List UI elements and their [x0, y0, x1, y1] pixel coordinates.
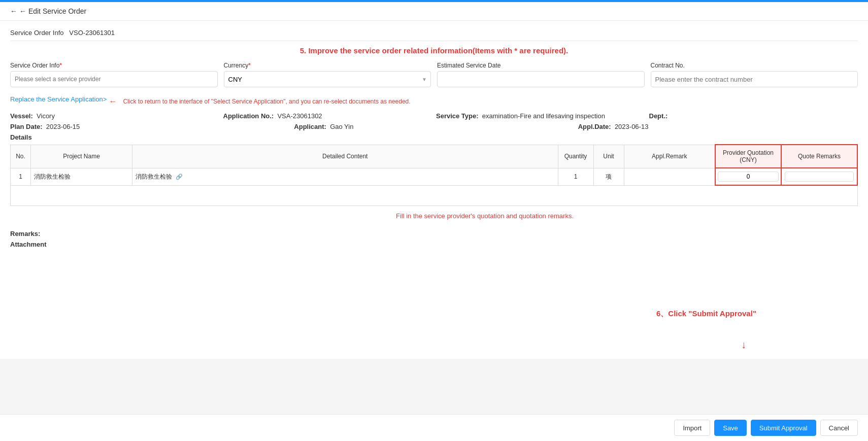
estimated-date-input[interactable]: [437, 71, 645, 87]
required-mark: *: [59, 62, 62, 69]
cell-unit: 项: [593, 168, 624, 185]
cell-appl-remark: [624, 168, 715, 185]
page-header: ← ← Edit Service Order: [0, 2, 868, 21]
quotation-input[interactable]: [718, 172, 779, 182]
order-info-value: VSO-23061301: [69, 29, 115, 37]
replace-annotation-container: Replace the Service Application> ← Click…: [10, 95, 858, 107]
replace-service-link[interactable]: Replace the Service Application>: [10, 95, 107, 103]
table-annotation-container: Fill in the service provider's quotation…: [10, 208, 858, 224]
footer-section: Remarks: Attachment: [10, 230, 858, 248]
attachment-label: Attachment: [10, 241, 858, 248]
order-info-label: Service Order Info: [10, 29, 64, 37]
table-annotation: Fill in the service provider's quotation…: [396, 212, 574, 220]
applicant-field: Applicant: Gao Yin: [294, 123, 574, 130]
service-order-info-group: Service Order Info*: [10, 62, 218, 87]
cell-detailed-content: 消防救生检验 🔗: [132, 168, 558, 185]
plan-date-value: 2023-06-15: [46, 123, 80, 130]
estimated-date-group: Estimated Service Date: [437, 62, 645, 87]
plan-date-label: Plan Date:: [10, 123, 43, 130]
table-row: 1 消防救生检验 消防救生检验 🔗 1 项: [11, 168, 858, 185]
col-quote-remarks: Quote Remarks: [781, 145, 857, 168]
currency-group: Currency* CNY USD EUR: [224, 62, 431, 87]
remarks-label: Remarks:: [10, 230, 858, 238]
cell-quantity: 1: [558, 168, 593, 185]
col-quantity: Quantity: [558, 145, 593, 168]
cell-quote-remarks: [781, 168, 857, 185]
table-empty-row: [11, 185, 858, 206]
appl-date-label: Appl.Date:: [578, 123, 611, 130]
dept-field: Dept.:: [649, 112, 858, 120]
applicant-label: Applicant:: [294, 123, 326, 130]
back-button[interactable]: ← ← Edit Service Order: [10, 7, 86, 15]
service-order-info-label: Service Order Info*: [10, 62, 218, 69]
instruction-step5: 5. Improve the service order related inf…: [10, 46, 858, 55]
link-icon: 🔗: [176, 174, 183, 180]
currency-select-wrapper: CNY USD EUR: [224, 71, 431, 87]
service-type-value: examination-Fire and lifesaving inspecti…: [482, 112, 605, 120]
col-unit: Unit: [593, 145, 624, 168]
contract-no-label: Contract No.: [651, 62, 858, 69]
back-icon: ←: [10, 7, 17, 15]
step6-arrow: ↓: [10, 339, 858, 351]
dept-label: Dept.:: [649, 112, 668, 120]
page-content: Service Order Info VSO-23061301 5. Impro…: [0, 21, 868, 359]
col-detailed-content: Detailed Content: [132, 145, 558, 168]
vessel-info-row2: Plan Date: 2023-06-15 Applicant: Gao Yin…: [10, 123, 858, 130]
col-provider-quotation: Provider Quotation (CNY): [715, 145, 781, 168]
contract-no-input[interactable]: [651, 71, 858, 87]
plan-date-field: Plan Date: 2023-06-15: [10, 123, 290, 130]
col-no: No.: [11, 145, 31, 168]
service-type-label: Service Type:: [436, 112, 479, 120]
currency-label: Currency*: [224, 62, 431, 69]
order-info-bar: Service Order Info VSO-23061301: [10, 29, 858, 41]
empty-cell: [11, 185, 858, 206]
service-order-info-input[interactable]: [10, 71, 218, 87]
replace-annotation-text: Click to return to the interface of "Sel…: [123, 98, 410, 105]
left-arrow-icon: ←: [109, 97, 117, 106]
details-table: No. Project Name Detailed Content Quanti…: [10, 144, 858, 206]
vessel-field: Vessel: Vicory: [10, 112, 219, 120]
step6-annotation: 6、Click "Submit Approval": [10, 309, 858, 319]
col-appl-remark: Appl.Remark: [624, 145, 715, 168]
form-row: Service Order Info* Currency* CNY USD EU…: [10, 62, 858, 87]
contract-no-group: Contract No.: [651, 62, 858, 87]
vessel-info-row1: Vessel: Vicory Application No.: VSA-2306…: [10, 112, 858, 120]
appl-date-value: 2023-06-13: [615, 123, 649, 130]
cell-no: 1: [11, 168, 31, 185]
required-mark2: *: [248, 62, 251, 69]
service-type-field: Service Type: examination-Fire and lifes…: [436, 112, 645, 120]
currency-select[interactable]: CNY USD EUR: [224, 71, 431, 87]
estimated-date-label: Estimated Service Date: [437, 62, 645, 69]
app-no-label: Application No.:: [223, 112, 274, 120]
table-wrapper: No. Project Name Detailed Content Quanti…: [10, 144, 858, 224]
col-project-name: Project Name: [31, 145, 132, 168]
page-title: ← Edit Service Order: [19, 7, 86, 15]
app-no-value: VSA-23061302: [277, 112, 322, 120]
vessel-value: Vicory: [37, 112, 55, 120]
cell-provider-quotation: [715, 168, 781, 185]
vessel-label: Vessel:: [10, 112, 33, 120]
appl-date-field: Appl.Date: 2023-06-13: [578, 123, 858, 130]
application-no-field: Application No.: VSA-23061302: [223, 112, 432, 120]
spacer: [10, 248, 858, 309]
applicant-value: Gao Yin: [330, 123, 353, 130]
details-label: Details: [10, 133, 858, 141]
content-text: 消防救生检验: [136, 173, 172, 180]
cell-project-name: 消防救生检验: [31, 168, 132, 185]
quote-remarks-input[interactable]: [785, 172, 854, 182]
